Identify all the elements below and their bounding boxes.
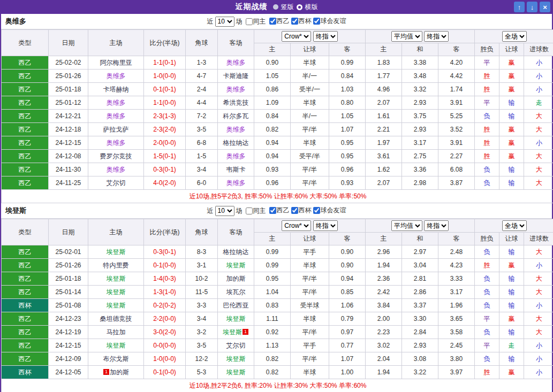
team-link[interactable]: 埃登斯 (223, 328, 242, 336)
team-link[interactable]: 埃登斯 (226, 355, 246, 363)
fulltime-select[interactable]: 全场 (502, 31, 527, 42)
home-team-cell[interactable]: 布尔戈斯 (88, 352, 144, 366)
home-team-cell[interactable]: 阿尔梅里亚 (88, 56, 144, 70)
team-link[interactable]: 奥维多 (226, 59, 246, 66)
close-icon[interactable]: × (540, 2, 550, 12)
team-link[interactable]: 埃登斯 (107, 275, 126, 282)
home-team-cell[interactable]: 埃登斯 (88, 245, 144, 259)
away-team-cell[interactable]: 加的斯 (218, 272, 254, 286)
team-link[interactable]: 巴伦西亚 (223, 302, 249, 309)
home-team-cell[interactable]: 卡塔赫纳 (88, 83, 144, 96)
final-odds-select-2[interactable]: 终指 (424, 220, 449, 231)
same-home-checkbox[interactable] (246, 18, 253, 25)
team-link[interactable]: 艾尔切 (226, 342, 246, 349)
home-team-cell[interactable]: 1加的斯 (88, 366, 144, 379)
away-team-cell[interactable]: 卡斯迪隆 (218, 70, 254, 83)
away-team-cell[interactable]: 格拉纳达 (218, 245, 254, 259)
away-team-cell[interactable]: 奥维多 (218, 150, 254, 163)
home-team-cell[interactable]: 奥维多 (88, 70, 144, 83)
team-link[interactable]: 格拉纳达 (223, 139, 249, 147)
home-team-cell[interactable]: 埃登斯 (88, 299, 144, 312)
home-team-cell[interactable]: 特内里费 (88, 259, 144, 272)
home-team-cell[interactable]: 费罗尔竞技 (88, 150, 144, 163)
home-team-cell[interactable]: 桑坦德竞技 (88, 312, 144, 326)
final-odds-select-2[interactable]: 终指 (424, 31, 449, 42)
league-checkbox[interactable] (313, 207, 320, 214)
same-home-option[interactable]: 同主 (246, 17, 266, 26)
team-link[interactable]: 埃登斯 (107, 302, 126, 309)
team-link[interactable]: 埃登斯 (226, 368, 246, 376)
same-home-checkbox[interactable] (246, 207, 253, 214)
team-link[interactable]: 奥维多 (226, 179, 246, 187)
team-link[interactable]: 卡斯迪隆 (223, 72, 249, 80)
away-team-cell[interactable]: 埃登斯 (218, 259, 254, 272)
home-team-cell[interactable]: 埃登斯 (88, 272, 144, 286)
team-link[interactable]: 费罗尔竞技 (100, 152, 132, 160)
final-odds-select[interactable]: 终指 (313, 220, 338, 231)
team-link[interactable]: 奥维多 (107, 72, 126, 80)
team-link[interactable]: 埃登斯 (107, 248, 126, 256)
home-team-cell[interactable]: 埃登斯 (88, 286, 144, 299)
league-checkbox[interactable] (269, 18, 276, 25)
home-team-cell[interactable]: 埃登斯 (88, 339, 144, 352)
odds-company-select[interactable]: Crow* (282, 220, 311, 231)
away-team-cell[interactable]: 奥维多 (218, 56, 254, 70)
view-radio-icon[interactable] (273, 4, 278, 10)
away-team-cell[interactable]: 希洪竞技 (218, 96, 254, 110)
league-checkbox[interactable] (291, 18, 298, 25)
average-select[interactable]: 平均值 (391, 220, 422, 231)
league-filter-option[interactable]: 球会友谊 (313, 206, 346, 215)
away-team-cell[interactable]: 埃登斯 (218, 352, 254, 366)
away-team-cell[interactable]: 埃登斯1 (218, 326, 254, 339)
scroll-up-button[interactable]: ↑ (514, 2, 525, 12)
team-link[interactable]: 奥维多 (226, 86, 246, 93)
team-link[interactable]: 希洪竞技 (223, 99, 249, 106)
team-link[interactable]: 马拉加 (107, 328, 126, 336)
league-checkbox[interactable] (313, 18, 320, 25)
view-radio-label[interactable]: 竖版 (281, 3, 294, 12)
team-link[interactable]: 加的斯 (110, 368, 129, 376)
away-team-cell[interactable]: 埃登斯 (218, 366, 254, 379)
view-radio-label[interactable]: 横版 (305, 3, 318, 12)
team-link[interactable]: 布尔戈斯 (103, 355, 129, 363)
team-link[interactable]: 奥维多 (107, 112, 126, 120)
away-team-cell[interactable]: 科尔多瓦 (218, 110, 254, 123)
away-team-cell[interactable]: 巴伦西亚 (218, 299, 254, 312)
average-select[interactable]: 平均值 (391, 31, 422, 42)
league-filter-option[interactable]: 球会友谊 (313, 17, 346, 26)
home-team-cell[interactable]: 奥维多 (88, 163, 144, 176)
team-link[interactable]: 奥维多 (107, 99, 126, 106)
same-home-option[interactable]: 同主 (246, 206, 266, 216)
league-filter-option[interactable]: 西乙 (269, 17, 290, 26)
fulltime-select[interactable]: 全场 (502, 220, 527, 231)
away-team-cell[interactable]: 埃瓦尔 (218, 286, 254, 299)
team-link[interactable]: 奥维多 (226, 126, 246, 133)
away-team-cell[interactable]: 奥维多 (218, 123, 254, 136)
home-team-cell[interactable]: 奥维多 (88, 136, 144, 150)
final-odds-select[interactable]: 终指 (313, 31, 338, 42)
team-link[interactable]: 埃登斯 (226, 315, 246, 322)
team-link[interactable]: 埃登斯 (107, 342, 126, 349)
home-team-cell[interactable]: 艾尔切 (88, 176, 144, 190)
view-radio-icon[interactable] (297, 4, 302, 10)
team-link[interactable]: 格拉纳达 (223, 248, 249, 256)
league-checkbox[interactable] (269, 207, 276, 214)
team-link[interactable]: 萨拉戈萨 (103, 126, 129, 133)
team-link[interactable]: 桑坦德竞技 (100, 315, 132, 322)
team-link[interactable]: 卡塔赫纳 (103, 86, 129, 93)
away-team-cell[interactable]: 奥维多 (218, 83, 254, 96)
league-checkbox[interactable] (291, 207, 298, 214)
team-link[interactable]: 韦斯卡 (226, 166, 246, 173)
team-link[interactable]: 加的斯 (226, 275, 246, 282)
away-team-cell[interactable]: 韦斯卡 (218, 163, 254, 176)
home-team-cell[interactable]: 奥维多 (88, 110, 144, 123)
home-team-cell[interactable]: 萨拉戈萨 (88, 123, 144, 136)
match-count-select[interactable]: 10 (215, 206, 234, 216)
match-count-select[interactable]: 10 (215, 17, 234, 27)
home-team-cell[interactable]: 奥维多 (88, 96, 144, 110)
league-filter-option[interactable]: 西杯 (291, 17, 312, 26)
home-team-cell[interactable]: 马拉加 (88, 326, 144, 339)
team-link[interactable]: 艾尔切 (107, 179, 126, 187)
odds-company-select[interactable]: Crow* (282, 31, 311, 42)
team-link[interactable]: 奥维多 (226, 152, 246, 160)
